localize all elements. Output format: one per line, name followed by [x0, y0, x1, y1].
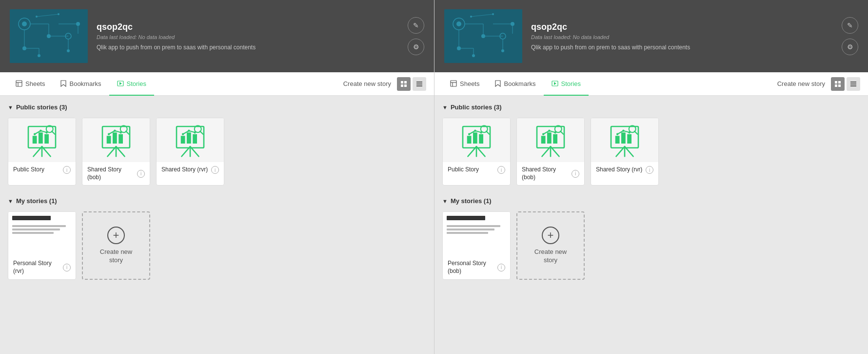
list-view-button[interactable] [847, 77, 860, 91]
svg-point-40 [34, 133, 36, 135]
my-stories-header[interactable]: ▼My stories (1) [8, 197, 426, 205]
svg-point-109 [468, 133, 470, 135]
card-thumbnail [591, 118, 658, 162]
my-stories-label: My stories (1) [451, 197, 492, 205]
app-description: Qlik app to push from on prem to saas wi… [531, 44, 833, 51]
svg-rect-132 [627, 134, 631, 144]
story-card-ps1[interactable]: Public Storyi [8, 118, 76, 186]
story-card-ms1[interactable]: Personal Story (bob)i [442, 211, 511, 280]
tab-sheets[interactable]: Sheets [8, 73, 53, 96]
svg-line-137 [634, 131, 637, 134]
card-label: Public Storyi [443, 162, 510, 178]
tab-stories[interactable]: Stories [544, 73, 589, 96]
list-icon [416, 81, 423, 87]
story-card-ps3[interactable]: Shared Story (rvr)i [591, 118, 659, 186]
grid-view-button[interactable] [831, 77, 845, 91]
app-data-info: Data last loaded: No data loaded [531, 34, 833, 40]
svg-point-71 [456, 21, 461, 26]
settings-icon: ⚙ [413, 43, 419, 51]
tab-stories[interactable]: Stories [109, 73, 154, 96]
info-icon[interactable]: i [63, 166, 71, 174]
svg-rect-32 [416, 85, 422, 86]
stories-icon [552, 81, 558, 86]
create-new-story-card[interactable]: +Create newstory [82, 211, 150, 280]
public-stories-header[interactable]: ▼Public stories (3) [8, 104, 426, 111]
svg-point-122 [548, 130, 550, 132]
edit-icon: ✎ [847, 21, 853, 29]
svg-rect-29 [404, 84, 407, 87]
svg-point-121 [542, 133, 544, 135]
app-thumbnail [10, 9, 88, 63]
info-icon[interactable]: i [137, 170, 145, 178]
app-data-info: Data last loaded: No data loaded [97, 34, 399, 40]
info-icon[interactable]: i [646, 166, 653, 174]
sheets-icon [16, 80, 22, 87]
app-name: qsop2qc [97, 22, 399, 32]
bookmark-icon [495, 80, 501, 87]
card-label-text: Personal Story (bob) [448, 260, 495, 275]
svg-rect-31 [416, 83, 422, 84]
info-icon[interactable]: i [497, 264, 505, 271]
svg-rect-99 [850, 82, 856, 83]
grid-view-button[interactable] [397, 77, 411, 91]
tab-bookmarks[interactable]: Bookmarks [53, 73, 109, 96]
app-thumbnail [444, 9, 522, 63]
svg-rect-97 [835, 84, 837, 87]
edit-button[interactable]: ✎ [842, 17, 858, 34]
create-story-button[interactable]: Create new story [343, 80, 391, 87]
tab-bar: SheetsBookmarksStoriesCreate new story [434, 72, 868, 96]
list-view-button[interactable] [413, 77, 426, 91]
svg-rect-27 [404, 81, 407, 83]
chevron-down-icon: ▼ [442, 198, 448, 204]
info-icon[interactable]: i [572, 170, 579, 178]
story-card-ps2[interactable]: Shared Story (bob)i [516, 118, 585, 186]
settings-button[interactable]: ⚙ [408, 39, 424, 55]
svg-line-113 [486, 131, 489, 134]
card-label-text: Shared Story (bob) [522, 166, 570, 181]
svg-point-64 [182, 133, 184, 135]
tab-label: Sheets [460, 80, 479, 87]
create-story-button[interactable]: Create new story [777, 80, 825, 87]
story-card-ps3[interactable]: Shared Story (rvr)i [156, 118, 224, 186]
info-icon[interactable]: i [497, 166, 505, 174]
app-header: qsop2qcData last loaded: No data loadedQ… [0, 0, 434, 72]
svg-rect-96 [838, 81, 841, 83]
svg-rect-131 [621, 132, 626, 144]
card-thumbnail [8, 118, 76, 162]
svg-point-83 [501, 49, 504, 52]
bookmark-icon [60, 80, 66, 87]
my-stories-grid: Personal Story (rvr)i+Create newstory [8, 211, 426, 280]
personal-card-thumbnail [8, 212, 76, 256]
svg-line-125 [560, 131, 563, 134]
svg-rect-39 [44, 134, 49, 144]
tab-label: Sheets [25, 80, 45, 87]
info-icon[interactable]: i [63, 264, 71, 271]
edit-button[interactable]: ✎ [408, 17, 424, 34]
svg-rect-63 [193, 134, 197, 144]
stories-icon [117, 81, 124, 86]
my-stories-section: ▼My stories (1) Personal Story (bob)i+Cr… [442, 197, 860, 280]
card-label-text: Shared Story (bob) [87, 166, 135, 181]
card-thumbnail [82, 118, 150, 162]
svg-rect-50 [113, 132, 117, 144]
create-new-story-label: Create newstory [534, 248, 567, 265]
card-label: Shared Story (rvr)i [591, 162, 658, 178]
plus-icon: + [542, 227, 559, 244]
create-new-story-card[interactable]: +Create newstory [516, 211, 585, 280]
chevron-down-icon: ▼ [8, 198, 13, 204]
tab-sheets[interactable]: Sheets [442, 73, 487, 96]
svg-point-53 [114, 130, 116, 132]
settings-button[interactable]: ⚙ [842, 39, 858, 55]
info-icon[interactable]: i [211, 166, 219, 174]
panel-right: qsop2qcData last loaded: No data loadedQ… [434, 0, 868, 354]
svg-line-44 [52, 131, 55, 134]
story-card-ps1[interactable]: Public Storyi [442, 118, 511, 186]
story-card-ps2[interactable]: Shared Story (bob)i [82, 118, 150, 186]
story-card-ms1[interactable]: Personal Story (rvr)i [8, 211, 76, 280]
my-stories-header[interactable]: ▼My stories (1) [442, 197, 860, 205]
chevron-down-icon: ▼ [8, 104, 13, 110]
card-label-text: Public Story [13, 166, 61, 174]
svg-point-2 [22, 21, 27, 26]
tab-bookmarks[interactable]: Bookmarks [487, 73, 543, 96]
public-stories-header[interactable]: ▼Public stories (3) [442, 104, 860, 111]
